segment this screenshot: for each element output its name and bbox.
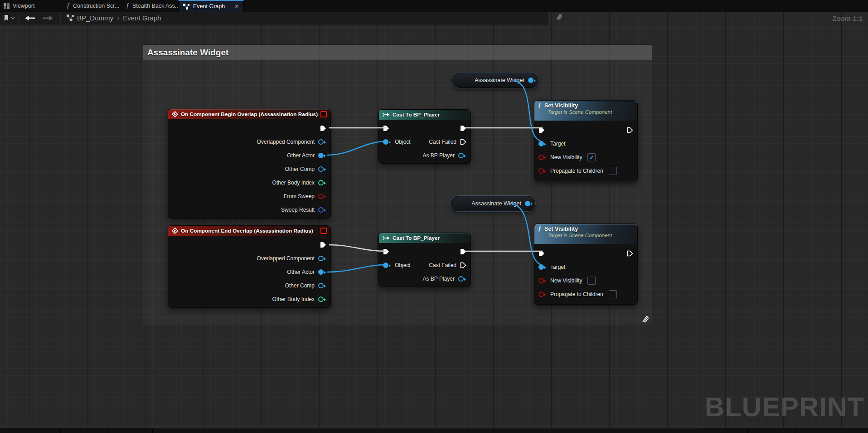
pin-label: Target: [550, 264, 565, 270]
exec-out-pin[interactable]: [627, 250, 633, 257]
variable-label: Assassinate Widget: [475, 77, 524, 83]
pin-overlapped-component[interactable]: [318, 256, 324, 261]
node-title: Cast To BP_Player: [393, 112, 440, 118]
node-cast-to-bp-player[interactable]: Cast To BP_Player Object Cast Failed As …: [378, 109, 471, 164]
pin-widget-output[interactable]: [525, 201, 530, 206]
propagate-checkbox[interactable]: [609, 290, 617, 298]
breadcrumb-root[interactable]: BP_Dummy: [77, 14, 113, 22]
node-subtitle: Target is Scene Component: [548, 109, 634, 115]
pin-target[interactable]: [538, 141, 544, 146]
exec-in-pin[interactable]: [538, 127, 545, 133]
pin-other-actor[interactable]: [318, 153, 324, 158]
panel-resize-grip-icon[interactable]: [554, 13, 562, 20]
viewport-grid-icon: [4, 3, 10, 9]
pin-label: New Visibility: [550, 154, 582, 161]
pin-widget-output[interactable]: [528, 78, 533, 83]
propagate-checkbox[interactable]: [609, 167, 617, 175]
tab-event-graph[interactable]: Event Graph ✕: [178, 0, 244, 12]
node-on-component-end-overlap[interactable]: On Component End Overlap (Assassination …: [168, 225, 331, 308]
new-visibility-checkbox[interactable]: ✓: [587, 153, 596, 161]
tab-label: Construction Scr...: [73, 3, 119, 9]
comment-header[interactable]: Assassinate Widget: [143, 45, 652, 60]
node-get-assassinate-widget[interactable]: Assassinate Widget: [452, 73, 538, 88]
pin-new-visibility[interactable]: [538, 155, 544, 160]
node-title: Set Visibility: [544, 226, 578, 232]
pin-label: Other Actor: [287, 152, 315, 159]
tab-bar: Viewport ƒ Construction Scr... ƒ Stealth…: [0, 0, 868, 12]
comment-title: Assassinate Widget: [147, 48, 228, 58]
exec-out-pin[interactable]: [460, 125, 466, 131]
node-set-visibility[interactable]: ƒ Set Visibility Target is Scene Compone…: [534, 100, 638, 181]
pin-target[interactable]: [538, 264, 544, 270]
node-header[interactable]: Cast To BP_Player: [379, 233, 470, 243]
pin-other-comp[interactable]: [318, 166, 324, 172]
pin-label: Propagate to Children: [550, 168, 603, 174]
pin-sweep-result[interactable]: [318, 207, 324, 213]
pin-label: Overlapped Component: [257, 139, 315, 145]
pin-object[interactable]: [383, 263, 388, 268]
function-icon: ƒ: [67, 2, 70, 10]
node-header[interactable]: On Component End Overlap (Assassination …: [168, 226, 330, 236]
tab-stealth-back-assassinate[interactable]: ƒ Stealth Back Ass...: [126, 0, 179, 12]
exec-out-pin[interactable]: [320, 242, 326, 248]
pin-other-body-index[interactable]: [318, 297, 324, 302]
exec-out-pin[interactable]: [460, 248, 466, 255]
pin-label: As BP Player: [423, 276, 455, 282]
bottom-hairline: [153, 428, 702, 428]
comment-resize-grip-icon[interactable]: [641, 315, 649, 322]
exec-cast-failed-pin[interactable]: [460, 262, 466, 268]
toolbar-divider: [18, 12, 18, 24]
new-visibility-checkbox[interactable]: [587, 277, 596, 285]
node-header[interactable]: Cast To BP_Player: [379, 110, 470, 120]
graph-icon: [67, 15, 74, 21]
breadcrumb-current[interactable]: Event Graph: [123, 14, 161, 22]
exec-out-pin[interactable]: [320, 125, 326, 131]
exec-in-pin[interactable]: [383, 248, 389, 255]
close-tab-icon[interactable]: ✕: [234, 3, 239, 10]
bottom-divider: [60, 428, 61, 433]
node-title: Cast To BP_Player: [393, 235, 440, 241]
pin-label: Object: [395, 262, 411, 268]
bookmark-icon: [4, 15, 9, 21]
exec-cast-failed-pin[interactable]: [460, 139, 466, 145]
pin-label: Other Actor: [287, 269, 315, 275]
node-set-visibility[interactable]: ƒ Set Visibility Target is Scene Compone…: [534, 224, 638, 305]
exec-out-pin[interactable]: [627, 127, 633, 133]
variable-label: Assassinate Widget: [471, 200, 521, 207]
pin-other-body-index[interactable]: [318, 180, 324, 185]
bottom-panel-edge: [0, 428, 868, 433]
pin-new-visibility[interactable]: [538, 278, 544, 283]
pin-overlapped-component[interactable]: [318, 139, 324, 145]
forward-arrow-button[interactable]: [43, 15, 53, 21]
node-title: Set Visibility: [544, 102, 578, 109]
pin-other-comp[interactable]: [318, 283, 324, 288]
pin-label: From Sweep: [284, 193, 315, 199]
tab-construction-script[interactable]: ƒ Construction Scr...: [67, 0, 119, 12]
back-arrow-button[interactable]: [24, 15, 35, 21]
node-subtitle: Target is Scene Component: [548, 233, 634, 238]
pin-propagate-to-children[interactable]: [538, 168, 544, 174]
delegate-pin[interactable]: [320, 228, 327, 234]
pin-propagate-to-children[interactable]: [538, 292, 544, 297]
bottom-divider: [747, 428, 748, 433]
delegate-pin[interactable]: [320, 111, 327, 117]
exec-in-pin[interactable]: [383, 125, 389, 131]
node-header[interactable]: On Component Begin Overlap (Assassinatio…: [168, 109, 330, 119]
bookmark-button[interactable]: [4, 15, 15, 21]
cast-icon: [383, 112, 390, 117]
pin-object[interactable]: [383, 139, 388, 145]
event-graph-canvas[interactable]: BP_Dummy › Event Graph Zoom 1:1 Assassin…: [0, 12, 868, 428]
tab-viewport[interactable]: Viewport: [4, 0, 34, 12]
pin-as-bp-player[interactable]: [458, 153, 464, 158]
breadcrumb-separator: ›: [117, 14, 119, 22]
pin-other-actor[interactable]: [318, 269, 324, 275]
zoom-level-label: Zoom 1:1: [832, 15, 863, 22]
node-header[interactable]: ƒ Set Visibility Target is Scene Compone…: [534, 224, 637, 244]
node-get-assassinate-widget[interactable]: Assassinate Widget: [451, 196, 535, 211]
pin-from-sweep[interactable]: [318, 194, 324, 199]
exec-in-pin[interactable]: [538, 250, 545, 257]
node-cast-to-bp-player[interactable]: Cast To BP_Player Object Cast Failed As …: [378, 233, 471, 287]
node-on-component-begin-overlap[interactable]: On Component Begin Overlap (Assassinatio…: [168, 109, 331, 219]
pin-as-bp-player[interactable]: [458, 276, 464, 282]
node-header[interactable]: ƒ Set Visibility Target is Scene Compone…: [534, 101, 637, 121]
